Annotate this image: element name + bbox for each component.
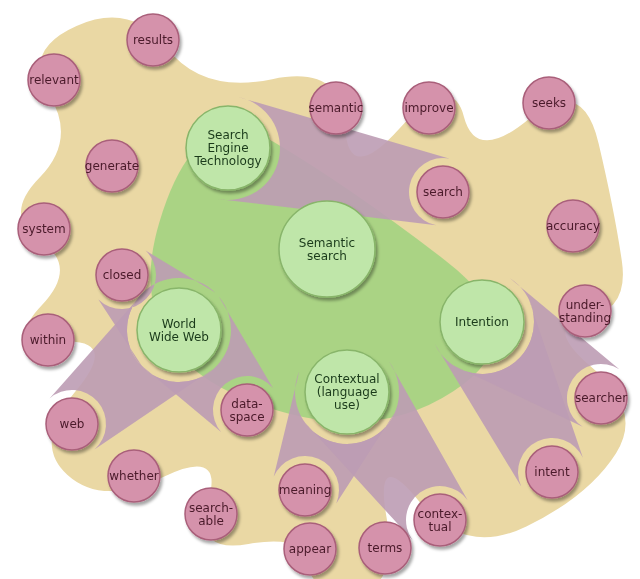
main-node-label: Wide Web	[149, 330, 209, 344]
leaf-node-label: whether	[109, 469, 158, 483]
leaf-node-closed: closed	[96, 249, 148, 301]
leaf-node-whether: whether	[108, 450, 160, 502]
leaf-node-label: under-	[566, 298, 605, 312]
leaf-node-web: web	[46, 398, 98, 450]
main-node-semantic-search: Semanticsearch	[279, 201, 375, 297]
leaf-node-label: search-	[189, 501, 233, 515]
leaf-node-searchable: search-able	[185, 488, 237, 540]
leaf-node-label: data-	[231, 397, 262, 411]
main-node-label: Technology	[193, 154, 261, 168]
main-node-label: Intention	[455, 315, 509, 329]
leaf-node-label: contex-	[418, 507, 463, 521]
leaf-node-label: system	[22, 222, 65, 236]
leaf-node-seeks: seeks	[523, 77, 575, 129]
leaf-node-semantic: semantic	[309, 82, 364, 134]
main-node-world-wide-web: WorldWide Web	[137, 288, 221, 372]
leaf-node-search-leaf: search	[417, 166, 469, 218]
leaf-node-terms: terms	[359, 522, 411, 574]
leaf-node-label: generate	[85, 159, 139, 173]
leaf-node-accuracy: accuracy	[546, 200, 600, 252]
leaf-node-label: search	[423, 185, 463, 199]
leaf-node-label: intent	[534, 465, 570, 479]
leaf-node-label: improve	[404, 101, 453, 115]
leaf-node-label: closed	[103, 268, 142, 282]
main-node-label: (language	[317, 385, 378, 399]
concept-map: SemanticsearchSearchEngineTechnologyWorl…	[0, 0, 640, 579]
main-node-label: Search	[207, 128, 248, 142]
leaf-node-label: standing	[559, 311, 611, 325]
leaf-node-generate: generate	[85, 140, 139, 192]
leaf-node-label: web	[60, 417, 85, 431]
leaf-node-label: terms	[368, 541, 403, 555]
leaf-node-label: meaning	[279, 483, 332, 497]
leaf-node-label: tual	[429, 520, 452, 534]
main-node-search-engine-tech: SearchEngineTechnology	[186, 106, 270, 190]
leaf-node-appear: appear	[284, 523, 336, 575]
leaf-node-intent: intent	[526, 446, 578, 498]
leaf-node-label: semantic	[309, 101, 364, 115]
leaf-node-label: seeks	[532, 96, 566, 110]
main-node-label: Contextual	[314, 372, 379, 386]
leaf-node-system: system	[18, 203, 70, 255]
leaf-node-label: relevant	[29, 73, 79, 87]
leaf-node-label: searcher	[575, 391, 627, 405]
leaf-node-meaning: meaning	[279, 464, 332, 516]
leaf-node-understanding: under-standing	[559, 285, 611, 337]
main-node-label: World	[162, 317, 196, 331]
main-node-contextual-language: Contextual(languageuse)	[305, 350, 389, 434]
leaf-node-searcher: searcher	[575, 372, 627, 424]
leaf-node-results: results	[127, 14, 179, 66]
main-node-label: Semantic	[299, 236, 355, 250]
leaf-node-label: space	[229, 410, 264, 424]
leaf-node-label: appear	[289, 542, 331, 556]
leaf-node-contextual: contex-tual	[414, 494, 466, 546]
leaf-node-improve: improve	[403, 82, 455, 134]
leaf-node-within: within	[22, 314, 74, 366]
leaf-node-label: within	[30, 333, 66, 347]
leaf-node-relevant: relevant	[28, 54, 80, 106]
main-node-label: use)	[334, 398, 360, 412]
main-node-label: Engine	[207, 141, 248, 155]
main-node-intention: Intention	[440, 280, 524, 364]
leaf-node-label: accuracy	[546, 219, 600, 233]
leaf-node-dataspace: data-space	[221, 384, 273, 436]
main-node-label: search	[307, 249, 347, 263]
leaf-node-label: results	[133, 33, 173, 47]
leaf-node-label: able	[198, 514, 224, 528]
